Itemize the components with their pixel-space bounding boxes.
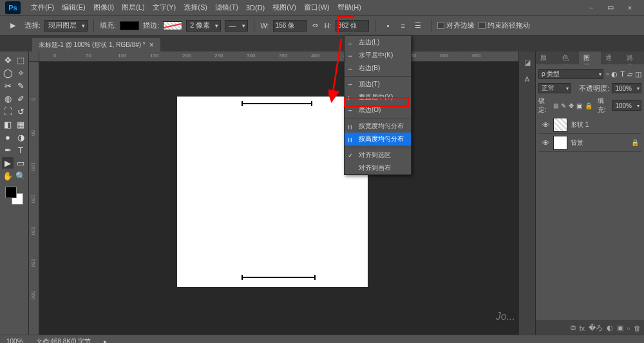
- visibility-icon[interactable]: 👁: [541, 121, 550, 129]
- menu-filter[interactable]: 滤镜(T): [211, 1, 242, 14]
- minimize-button[interactable]: −: [582, 2, 600, 14]
- menu-file[interactable]: 文件(F): [27, 1, 58, 14]
- document-canvas[interactable]: [177, 97, 368, 287]
- mask-icon[interactable]: �ろ: [589, 323, 603, 333]
- constrain-path-checkbox[interactable]: 约束路径拖动: [478, 21, 530, 30]
- link-layers-icon[interactable]: ⧉: [571, 324, 576, 332]
- path-arrangement-button[interactable]: ☰: [411, 19, 425, 32]
- align-to-canvas[interactable]: 对齐到画布: [345, 162, 411, 174]
- tab-swatches[interactable]: 色板: [558, 51, 580, 64]
- adjustment-icon[interactable]: ◐: [607, 324, 613, 332]
- menu-layer[interactable]: 图层(L): [118, 1, 148, 14]
- fill-opacity-value[interactable]: 100%: [612, 100, 641, 111]
- fill-color-swatch[interactable]: [120, 21, 139, 30]
- path-selection-tool[interactable]: ▶: [2, 157, 14, 169]
- dock-icon-1[interactable]: ◪: [522, 57, 533, 68]
- tab-layers[interactable]: 图层: [579, 51, 601, 64]
- align-to-selection[interactable]: ✓对齐到选区: [345, 149, 411, 162]
- status-chevron-icon[interactable]: ▸: [104, 338, 107, 343]
- lock-position-icon[interactable]: ✥: [569, 102, 574, 109]
- stroke-color-swatch[interactable]: [163, 21, 182, 30]
- zoom-tool[interactable]: 🔍: [15, 170, 26, 181]
- lock-artboard-icon[interactable]: ▣: [576, 102, 582, 109]
- eyedropper-tool[interactable]: ✎: [15, 80, 26, 91]
- pen-tool[interactable]: ✒: [2, 144, 14, 156]
- select-scope-dropdown[interactable]: 现用图层: [44, 20, 88, 32]
- stroke-style-dropdown[interactable]: —: [225, 20, 248, 32]
- brush-tool[interactable]: ✐: [15, 93, 26, 104]
- filter-adjust-icon[interactable]: ◐: [611, 70, 618, 79]
- foreground-color[interactable]: [5, 187, 17, 198]
- gradient-tool[interactable]: ▦: [15, 118, 26, 130]
- group-icon[interactable]: ▣: [617, 324, 623, 332]
- filter-smart-icon[interactable]: ◫: [635, 70, 641, 79]
- opacity-value[interactable]: 100%: [612, 83, 641, 93]
- layer-row[interactable]: 👁 形状 1: [538, 116, 641, 134]
- tab-color[interactable]: 颜色: [536, 51, 558, 64]
- filter-type-icon[interactable]: T: [620, 70, 625, 78]
- layer-row[interactable]: 👁 背景 🔒: [538, 134, 641, 152]
- dodge-tool[interactable]: ◑: [15, 131, 26, 143]
- delete-icon[interactable]: 🗑: [634, 324, 641, 332]
- shape-line-2[interactable]: [242, 277, 316, 278]
- distribute-width[interactable]: ⫼按宽度均匀分布: [345, 120, 411, 133]
- blur-tool[interactable]: ●: [2, 131, 14, 143]
- menu-help[interactable]: 帮助(H): [334, 1, 365, 14]
- path-operations-button[interactable]: ▪: [381, 19, 395, 32]
- layer-thumbnail[interactable]: [553, 136, 567, 150]
- menu-type[interactable]: 文字(Y): [149, 1, 180, 14]
- healing-tool[interactable]: ◍: [2, 93, 14, 104]
- tab-paths[interactable]: 路径: [622, 51, 644, 64]
- eraser-tool[interactable]: ◧: [2, 118, 14, 130]
- new-layer-icon[interactable]: ▫: [627, 324, 630, 332]
- align-left[interactable]: ⫠左边(L): [345, 36, 411, 49]
- lock-transparency-icon[interactable]: ⊞: [553, 102, 558, 109]
- fx-icon[interactable]: fx: [580, 324, 585, 332]
- stroke-width-dropdown[interactable]: 2 像素: [186, 20, 221, 32]
- layer-kind-filter[interactable]: ρ 类型: [538, 69, 603, 79]
- blend-mode-dropdown[interactable]: 正常: [538, 83, 571, 93]
- history-brush-tool[interactable]: ↺: [15, 106, 26, 117]
- stamp-tool[interactable]: ⛶: [2, 106, 14, 117]
- menu-window[interactable]: 窗口(W): [300, 1, 334, 14]
- move-tool[interactable]: ✥: [2, 54, 14, 66]
- restore-button[interactable]: ▭: [601, 2, 620, 14]
- visibility-icon[interactable]: 👁: [541, 139, 550, 147]
- tab-close-icon[interactable]: ×: [149, 41, 154, 50]
- align-right[interactable]: ⫠右边(B): [345, 62, 411, 75]
- magic-wand-tool[interactable]: ✧: [15, 67, 26, 79]
- hand-tool[interactable]: ✋: [2, 170, 14, 181]
- color-swatches[interactable]: [5, 187, 23, 205]
- lock-all-icon[interactable]: 🔒: [585, 102, 592, 109]
- width-input[interactable]: [273, 20, 307, 32]
- document-tab[interactable]: 未标题-1 @ 100% (形状 1, RGB/8#) * ×: [32, 38, 160, 51]
- close-button[interactable]: ×: [621, 2, 639, 14]
- filter-shape-icon[interactable]: ▱: [627, 70, 632, 79]
- align-top[interactable]: ⫟顶边(T): [345, 78, 411, 91]
- align-hcenter[interactable]: ↔水平居中(K): [345, 49, 411, 62]
- layer-name[interactable]: 背景: [571, 138, 628, 147]
- shape-line-1[interactable]: [242, 103, 312, 104]
- link-wh-icon[interactable]: ⇔: [310, 21, 321, 31]
- menu-3d[interactable]: 3D(D): [242, 3, 269, 13]
- crop-tool[interactable]: ✂: [2, 80, 14, 91]
- layer-thumbnail[interactable]: [553, 118, 567, 132]
- marquee-tool[interactable]: ⬚: [15, 54, 26, 66]
- tab-channels[interactable]: 通道: [601, 51, 623, 64]
- menu-view[interactable]: 视图(V): [269, 1, 300, 14]
- align-edges-checkbox[interactable]: 对齐边缘: [437, 21, 475, 30]
- height-label: H:: [325, 22, 332, 30]
- type-tool[interactable]: T: [15, 144, 26, 156]
- menu-select[interactable]: 选择(S): [180, 1, 211, 14]
- filter-pixel-icon[interactable]: ▫: [606, 70, 609, 78]
- zoom-level[interactable]: 100%: [6, 338, 23, 343]
- layer-name[interactable]: 形状 1: [571, 120, 639, 129]
- menu-image[interactable]: 图像(I): [90, 1, 118, 14]
- distribute-height[interactable]: ⫼按高度均匀分布: [345, 133, 411, 145]
- dock-icon-2[interactable]: A: [522, 73, 533, 85]
- menu-edit[interactable]: 编辑(E): [58, 1, 90, 14]
- lock-pixels-icon[interactable]: ✎: [561, 102, 566, 109]
- path-alignment-button[interactable]: ≡: [396, 19, 410, 32]
- shape-tool[interactable]: ▭: [15, 157, 26, 169]
- lasso-tool[interactable]: ◯: [2, 67, 14, 79]
